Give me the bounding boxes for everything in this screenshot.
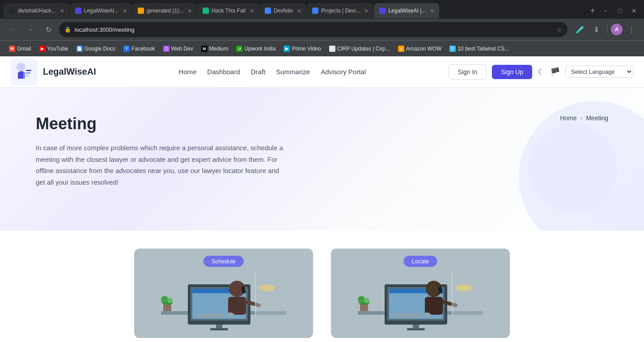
bookmark-youtube[interactable]: ▶ YouTube xyxy=(35,44,72,54)
bookmark-favicon-gmail: ✉ xyxy=(9,46,15,52)
profile-avatar[interactable]: A xyxy=(611,24,623,35)
close-browser-button[interactable]: ✕ xyxy=(628,4,640,17)
browser-tab-legalwise1[interactable]: LegalWiseAI... ✕ xyxy=(70,3,132,18)
tab-close-hack[interactable]: ✕ xyxy=(248,7,255,14)
nav-advisory[interactable]: Advisory Portal xyxy=(321,68,366,76)
tab-close-legalwise1[interactable]: ✕ xyxy=(121,7,128,14)
bookmark-label-upwork: Upwork India xyxy=(244,46,275,52)
bookmark-amazon[interactable]: a Amazon WOW xyxy=(394,44,445,54)
locate-badge: Locate xyxy=(403,256,437,267)
tab-close-generated[interactable]: ✕ xyxy=(186,7,193,14)
bookmark-label-primevideo: Prime Video xyxy=(292,46,321,52)
hero-content: Meeting In case of more complex problems… xyxy=(36,114,322,188)
translate-icon[interactable]: 🏴 xyxy=(550,67,560,77)
svg-point-26 xyxy=(227,312,234,317)
svg-rect-22 xyxy=(228,297,246,315)
url-bar-row: ← → ↻ 🔒 localhost:3000/meeting ☆ 🧪 ⬇ A ⋮ xyxy=(0,19,644,40)
nav-dashboard[interactable]: Dashboard xyxy=(207,68,240,76)
svg-rect-3 xyxy=(23,72,25,79)
schedule-badge: Schedule xyxy=(203,256,244,267)
browser-tab-projects[interactable]: Projects | Devi... ✕ xyxy=(307,3,373,18)
svg-rect-5 xyxy=(26,72,30,74)
browser-tab-legalwise2[interactable]: LegalWiseAI |... ✕ xyxy=(374,3,439,18)
card-locate: Locate Lawyer Locator xyxy=(331,249,510,342)
hero-section: Meeting In case of more complex problems… xyxy=(0,88,644,231)
browser-tab-devfolio[interactable]: Devfolio ✕ xyxy=(259,3,306,18)
browser-tab-hack[interactable]: Hack This Fall ✕ xyxy=(197,3,259,18)
svg-point-41 xyxy=(364,298,369,303)
bookmark-cirp[interactable]: C CIRP Updates | Cirp... xyxy=(326,44,394,54)
back-button[interactable]: ← xyxy=(5,22,20,37)
reload-button[interactable]: ↻ xyxy=(41,22,55,37)
svg-rect-6 xyxy=(26,75,30,76)
nav-summarize[interactable]: Summarize xyxy=(276,68,310,76)
card-schedule-image[interactable]: Schedule xyxy=(134,249,313,338)
svg-rect-45 xyxy=(425,297,443,315)
header-actions: Sign In Sign Up ☾ 🏴 Select LanguageEngli… xyxy=(449,64,633,80)
site-header: LegalWiseAI Home Dashboard Draft Summari… xyxy=(0,56,644,88)
tab-favicon-hack xyxy=(203,8,209,14)
bookmark-gmail[interactable]: ✉ Gmail xyxy=(5,44,34,54)
tab-title-devfolio: Devfolio xyxy=(274,8,293,14)
hero-title: Meeting xyxy=(36,114,322,133)
tab-close-devfolio[interactable]: ✕ xyxy=(296,7,303,14)
bookmark-upwork[interactable]: U Upwork India xyxy=(233,44,279,54)
forward-button[interactable]: → xyxy=(23,22,38,37)
breadcrumb-home[interactable]: Home xyxy=(560,114,576,122)
menu-button[interactable]: ⋮ xyxy=(624,22,639,37)
browser-actions: 🧪 ⬇ A ⋮ xyxy=(573,22,639,37)
dark-mode-toggle[interactable]: ☾ xyxy=(538,67,545,77)
bookmark-primevideo[interactable]: ▶ Prime Video xyxy=(280,44,324,54)
bookmark-favicon-upwork: U xyxy=(236,46,242,52)
bookmark-medium[interactable]: M Medium xyxy=(198,44,232,54)
bookmark-favicon-amazon: a xyxy=(398,46,404,52)
tab-title-divisha: divisha6/Hack... xyxy=(18,8,56,14)
card-schedule: Schedule Meeting Scheduler xyxy=(134,249,313,342)
browser-tab-divisha[interactable]: divisha6/Hack... ✕ xyxy=(4,3,69,18)
nav-home[interactable]: Home xyxy=(178,68,196,76)
svg-rect-37 xyxy=(407,328,425,330)
tab-title-generated: generated (1)... xyxy=(147,8,183,14)
breadcrumb-current: Meeting xyxy=(586,114,608,122)
url-field[interactable]: 🔒 localhost:3000/meeting ☆ xyxy=(59,22,568,37)
bookmark-favicon-facebook: f xyxy=(123,46,130,52)
svg-rect-50 xyxy=(452,271,487,316)
tab-title-legalwise1: LegalWiseAI... xyxy=(84,8,119,14)
svg-point-2 xyxy=(18,63,25,70)
minimize-button[interactable]: − xyxy=(599,4,612,17)
bookmark-star-icon[interactable]: ☆ xyxy=(556,26,562,33)
signin-button[interactable]: Sign In xyxy=(449,64,487,80)
svg-rect-48 xyxy=(394,314,420,317)
signup-button[interactable]: Sign Up xyxy=(492,65,532,79)
tab-favicon-generated xyxy=(138,8,144,14)
tab-title-hack: Hack This Fall xyxy=(212,8,246,14)
bookmark-label-cirp: CIRP Updates | Cirp... xyxy=(337,46,390,52)
language-select[interactable]: Select LanguageEnglishHindiSpanishFrench… xyxy=(565,66,633,78)
cards-section: Schedule Meeting Scheduler xyxy=(0,231,644,342)
tab-close-projects[interactable]: ✕ xyxy=(363,7,370,14)
bookmark-favicon-primevideo: ▶ xyxy=(284,46,290,52)
tab-title-legalwise2: LegalWiseAI |... xyxy=(388,8,426,14)
tab-favicon-legalwise2 xyxy=(379,8,386,14)
new-tab-button[interactable]: + xyxy=(586,4,599,17)
nav-draft[interactable]: Draft xyxy=(251,68,266,76)
bookmark-webdev[interactable]: ⬡ Web Dev xyxy=(160,44,197,54)
browser-tab-generated[interactable]: generated (1)... ✕ xyxy=(132,3,197,18)
bookmark-label-youtube: YouTube xyxy=(47,46,68,52)
bookmark-label-gmail: Gmail xyxy=(17,46,31,52)
nav-links: Home Dashboard Draft Summarize Advisory … xyxy=(107,68,438,76)
bookmark-facebook[interactable]: f Facebook xyxy=(120,44,159,54)
svg-rect-27 xyxy=(255,271,291,316)
maximize-button[interactable]: □ xyxy=(614,4,626,17)
bookmark-googledocs[interactable]: 📄 Google Docs xyxy=(73,44,119,54)
bookmark-label-webdev: Web Dev xyxy=(171,46,193,52)
extensions-button[interactable]: 🧪 xyxy=(573,22,587,37)
bookmark-tailwind[interactable]: T 10 best Tailwind CS... xyxy=(446,44,513,54)
tab-favicon-divisha xyxy=(9,8,15,14)
tab-close-divisha[interactable]: ✕ xyxy=(59,7,66,14)
card-locate-image[interactable]: Locate xyxy=(331,249,510,338)
download-button[interactable]: ⬇ xyxy=(589,22,603,37)
logo-link[interactable]: LegalWiseAI xyxy=(11,59,96,85)
tab-close-legalwise2[interactable]: ✕ xyxy=(428,7,436,14)
tab-favicon-projects xyxy=(312,8,318,14)
